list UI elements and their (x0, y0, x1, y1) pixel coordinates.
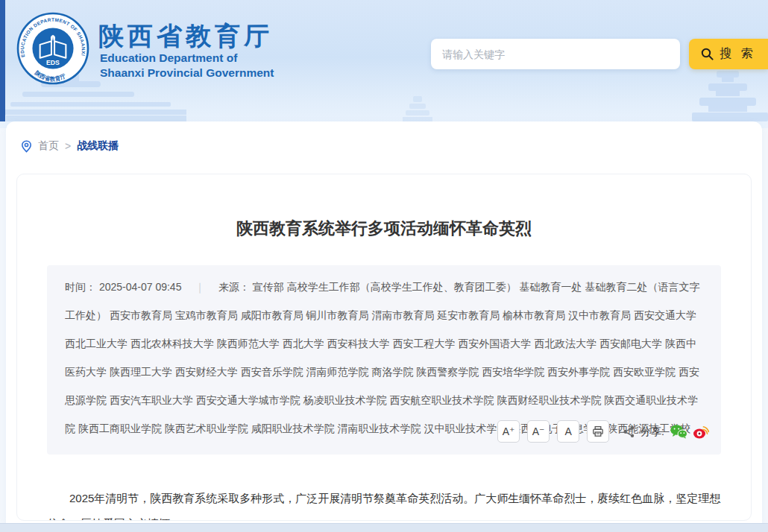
share-label: 分享: (640, 417, 664, 446)
print-icon (592, 425, 604, 437)
breadcrumb: 首页 > 战线联播 (21, 139, 119, 153)
weibo-share-icon[interactable] (693, 425, 709, 439)
location-pin-icon (21, 140, 32, 153)
meta-source-label: 来源： (218, 281, 250, 293)
font-decrease-button[interactable]: A⁻ (527, 420, 550, 443)
site-header: EDUCATION DEPARTMENT OF SHAANXI 陕西省教育厅 E… (0, 0, 768, 128)
site-logo[interactable]: EDUCATION DEPARTMENT OF SHAANXI 陕西省教育厅 E… (16, 12, 89, 85)
site-title-chinese: 陕西省教育厅 (98, 19, 273, 54)
site-title-english-line2: Shaanxi Provincial Government (100, 66, 274, 80)
breadcrumb-current-link[interactable]: 战线联播 (77, 139, 119, 153)
left-edge-strip (0, 0, 5, 121)
print-button[interactable] (587, 420, 609, 443)
logo-center-text: EDS (46, 59, 60, 66)
footer-strip (0, 523, 768, 532)
share-nodes-icon (623, 425, 635, 438)
article-card: 陕西教育系统举行多项活动缅怀革命英烈 时间： 2025-04-07 09:45 … (16, 174, 752, 521)
content-panel: 首页 > 战线联播 陕西教育系统举行多项活动缅怀革命英烈 时间： 2025-04… (6, 121, 762, 523)
article-body-paragraph: 2025年清明节，陕西教育系统采取多种形式，广泛开展清明节祭奠革命英烈活动。广大… (47, 486, 721, 521)
tower-silhouette-middle (403, 96, 432, 121)
search-button[interactable]: 搜 索 (689, 39, 768, 69)
pagoda-silhouette-right (686, 62, 768, 121)
search-button-label: 搜 索 (720, 46, 755, 62)
font-default-button[interactable]: A (557, 420, 579, 443)
article-toolbar: A⁺ A⁻ A (497, 417, 709, 446)
search-input[interactable] (431, 39, 680, 69)
meta-source-value: 宣传部 高校学生工作部（高校学生工作处、教育团工委） 基础教育一处 基础教育二处… (65, 281, 700, 434)
font-increase-button[interactable]: A⁺ (497, 420, 520, 443)
font-decrease-label: A⁻ (532, 426, 545, 437)
meta-divider: ｜ (195, 281, 205, 293)
font-increase-label: A⁺ (503, 426, 515, 437)
search-icon (701, 48, 714, 60)
share-group: 分享: (623, 417, 709, 446)
meta-time-label: 时间： (65, 281, 96, 293)
site-title-english: Education Department of Shaanxi Provinci… (100, 51, 274, 80)
font-default-label: A (564, 426, 571, 437)
meta-time-value: 2025-04-07 09:45 (99, 281, 182, 293)
wechat-share-icon[interactable] (670, 424, 687, 439)
breadcrumb-separator: > (65, 140, 71, 152)
article-meta-box: 时间： 2025-04-07 09:45 ｜ 来源： 宣传部 高校学生工作部（高… (47, 265, 721, 455)
breadcrumb-home-link[interactable]: 首页 (38, 139, 59, 153)
site-title-english-line1: Education Department of (100, 51, 274, 66)
article-title: 陕西教育系统举行多项活动缅怀革命英烈 (47, 218, 721, 240)
